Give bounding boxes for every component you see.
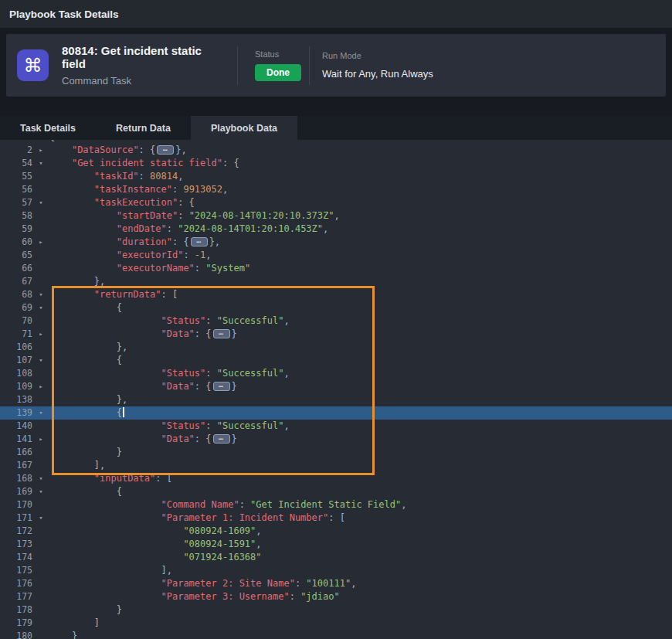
code-text: "071924-16368"	[49, 551, 672, 564]
code-line: 58 "startDate": "2024-08-14T01:20:10.373…	[0, 209, 672, 223]
fold-closed-icon[interactable]: ▸	[32, 433, 49, 446]
folded-code-chip[interactable]: ⋯	[213, 382, 230, 391]
title-bar: Playbook Task Details	[0, 0, 672, 28]
tab-bar: Task Details Return Data Playbook Data	[0, 116, 672, 140]
line-number: 171	[0, 512, 32, 525]
fold-open-icon[interactable]: ▾	[32, 157, 49, 170]
fold-spacer	[32, 183, 49, 196]
line-number: 68	[0, 288, 32, 301]
code-text: "taskId": 80814,	[49, 170, 672, 183]
code-line: 169▾ {	[0, 485, 672, 498]
line-number: 59	[0, 223, 32, 236]
code-line: 59 "endDate": "2024-08-14T01:20:10.453Z"…	[0, 223, 672, 236]
status-label: Status	[255, 49, 303, 59]
line-number: 169	[0, 485, 32, 498]
fold-spacer	[32, 209, 49, 223]
code-area[interactable]: 1▾{2▸ "DataSource": {⋯},54▾ "Get inciden…	[0, 140, 672, 639]
fold-open-icon[interactable]: ▾	[32, 512, 49, 525]
line-number: 139	[0, 406, 32, 420]
code-text: "duration": {⋯},	[49, 236, 672, 249]
line-number: 170	[0, 498, 32, 512]
line-number: 141	[0, 433, 32, 446]
code-text: "inputData": [	[49, 472, 672, 485]
fold-spacer	[32, 170, 49, 183]
code-line: 71▸ "Data": {⋯}	[0, 328, 672, 341]
code-text: ],	[49, 564, 672, 577]
code-editor[interactable]: 1▾{2▸ "DataSource": {⋯},54▾ "Get inciden…	[0, 140, 672, 639]
code-text: "Get incident static field": {	[49, 157, 672, 170]
code-text: }	[49, 603, 672, 617]
fold-open-icon[interactable]: ▾	[32, 288, 49, 301]
code-line: 68▾ "returnData": [	[0, 288, 672, 301]
code-text: "Status": "Successful",	[49, 367, 672, 380]
fold-spacer	[32, 262, 49, 275]
fold-spacer	[32, 341, 49, 354]
fold-open-icon[interactable]: ▾	[32, 196, 49, 209]
line-number: 108	[0, 367, 32, 380]
tab-task-details[interactable]: Task Details	[0, 116, 96, 140]
fold-spacer	[32, 459, 49, 472]
fold-open-icon[interactable]: ▾	[32, 406, 49, 420]
code-line: 55 "taskId": 80814,	[0, 170, 672, 183]
code-line: 67 },	[0, 275, 672, 288]
fold-open-icon[interactable]: ▾	[32, 485, 49, 498]
code-text: "executorName": "System"	[49, 262, 672, 275]
code-text: "Data": {⋯}	[49, 433, 672, 446]
fold-open-icon[interactable]: ▾	[32, 354, 49, 367]
code-line: 70 "Status": "Successful",	[0, 314, 672, 328]
code-line: 141▸ "Data": {⋯}	[0, 433, 672, 446]
code-line: 172 "080924-1609",	[0, 525, 672, 538]
code-line: 66 "executorName": "System"	[0, 262, 672, 275]
line-number: 173	[0, 538, 32, 551]
folded-code-chip[interactable]: ⋯	[191, 237, 208, 246]
fold-closed-icon[interactable]: ▸	[32, 380, 49, 393]
line-number: 66	[0, 262, 32, 275]
code-line: 180 }	[0, 630, 672, 639]
code-text: "returnData": [	[49, 288, 672, 301]
line-number: 57	[0, 196, 32, 209]
line-number: 58	[0, 209, 32, 223]
line-number: 106	[0, 341, 32, 354]
code-text: "Data": {⋯}	[49, 328, 672, 341]
folded-code-chip[interactable]: ⋯	[213, 329, 230, 338]
code-text: "taskInstance": 9913052,	[49, 183, 672, 196]
run-mode-value: Wait for Any, Run Always	[322, 68, 433, 80]
line-number: 109	[0, 380, 32, 393]
folded-code-chip[interactable]: ⋯	[213, 434, 230, 444]
code-line: 107▾ {	[0, 354, 672, 367]
code-line: 109▸ "Data": {⋯}	[0, 380, 672, 393]
line-number: 54	[0, 157, 32, 170]
run-mode-label: Run Mode	[322, 51, 433, 60]
fold-open-icon[interactable]: ▾	[32, 301, 49, 314]
fold-spacer	[32, 577, 49, 590]
fold-open-icon[interactable]: ▾	[32, 472, 49, 485]
divider	[309, 46, 310, 85]
code-line: 54▾ "Get incident static field": {	[0, 157, 672, 170]
fold-closed-icon[interactable]: ▸	[32, 236, 49, 249]
tab-return-data[interactable]: Return Data	[96, 116, 191, 140]
line-number: 166	[0, 446, 32, 459]
fold-spacer	[32, 498, 49, 512]
code-line: 171▾ "Parameter 1: Incident Number": [	[0, 512, 672, 525]
line-number: 138	[0, 393, 32, 406]
code-line: 140 "Status": "Successful",	[0, 420, 672, 433]
code-line: 166 }	[0, 446, 672, 459]
fold-closed-icon[interactable]: ▸	[32, 328, 49, 341]
code-line: 57▾ "taskExecution": {	[0, 196, 672, 209]
divider	[237, 46, 238, 85]
fold-closed-icon[interactable]: ▸	[32, 144, 49, 157]
code-text: }	[49, 630, 672, 639]
code-line: 179 ]	[0, 617, 672, 630]
code-text: },	[49, 341, 672, 354]
line-number: 168	[0, 472, 32, 485]
code-text: "startDate": "2024-08-14T01:20:10.373Z",	[49, 209, 672, 223]
folded-code-chip[interactable]: ⋯	[157, 145, 174, 155]
tab-playbook-data[interactable]: Playbook Data	[191, 116, 297, 140]
code-line: 138 },	[0, 393, 672, 406]
task-header: ⌘ 80814: Get incident static field Comma…	[6, 34, 666, 97]
code-line: 174 "071924-16368"	[0, 551, 672, 564]
task-title: 80814: Get incident static field	[62, 44, 226, 70]
code-text: ]	[49, 617, 672, 630]
code-text: "Data": {⋯}	[49, 380, 672, 393]
code-line: 139▾ {	[0, 406, 672, 420]
